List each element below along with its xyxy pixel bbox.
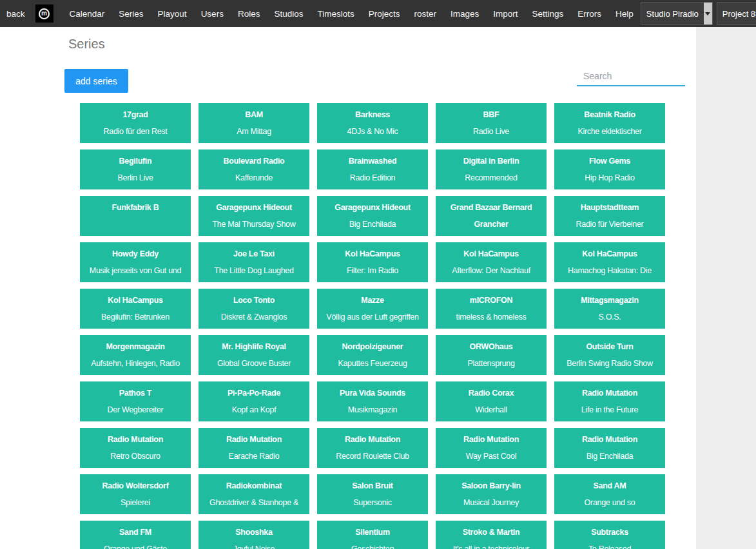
series-card[interactable]: Radio Mutation Retro Obscuro	[80, 428, 191, 468]
series-card[interactable]: Brainwashed Radio Edition	[317, 149, 428, 189]
series-card[interactable]: Radiokombinat Ghostdriver & Stanhope &	[199, 474, 309, 514]
series-card[interactable]: Silentium Geschichten	[317, 521, 428, 549]
series-card[interactable]: Saloon Barry-lin Musical Journey	[436, 474, 547, 514]
studio-select[interactable]: Studio Piradio	[641, 2, 713, 25]
series-card[interactable]: Mittagsmagazin S.O.S.	[554, 289, 665, 329]
series-card[interactable]: Sand FM Orange und Gäste	[80, 521, 191, 549]
nav-menu-item[interactable]: Playout	[151, 9, 194, 19]
series-card[interactable]: Boulevard Radio Kafferunde	[199, 149, 309, 189]
series-card[interactable]: Pi-Pa-Po-Rade Kopf an Kopf	[199, 381, 309, 421]
series-card-title: Boulevard Radio	[200, 153, 308, 169]
nav-menu-item[interactable]: Roles	[231, 9, 267, 19]
series-card-title: Grand Bazaar Bernard Grancher	[437, 199, 545, 233]
nav-menu-item[interactable]: Images	[443, 9, 486, 19]
series-card[interactable]: Hauptstadtteam Radio für Vierbeiner	[554, 196, 665, 236]
series-card[interactable]: Pathos T Der Wegbereiter	[80, 381, 191, 421]
series-card-title: BBF	[437, 106, 545, 123]
series-card[interactable]: Salon Bruit Supersonic	[317, 474, 428, 514]
nav-menu-item[interactable]: Projects	[362, 9, 407, 19]
series-card-title: Mittagsmagazin	[556, 292, 664, 309]
page-title: Series	[0, 27, 696, 52]
series-card[interactable]: Radio Mutation Way Past Cool	[436, 428, 547, 468]
series-card[interactable]: Radio Corax Widerhall	[436, 381, 547, 421]
series-card[interactable]: BBF Radio Live	[436, 103, 547, 143]
series-card-title: Radio Mutation	[81, 431, 189, 448]
series-card[interactable]: Garagepunx Hideout The Mal Thursday Show	[199, 196, 309, 236]
nav-menu-item[interactable]: Calendar	[63, 9, 112, 19]
series-card[interactable]: Radio Woltersdorf Spielerei	[80, 474, 191, 514]
project-select[interactable]: Project 88vier	[717, 2, 756, 25]
series-card-title: BAM	[200, 106, 308, 123]
series-card[interactable]: Garagepunx Hideout Big Enchilada	[317, 196, 428, 236]
series-card[interactable]: Radio Mutation Record Roulette Club	[317, 428, 428, 468]
series-card[interactable]: Shooshka Joyful Noise	[199, 521, 309, 549]
nav-menu-item[interactable]: roster	[407, 9, 443, 19]
station-logo-icon[interactable]: m	[35, 5, 53, 23]
series-card[interactable]: Stroko & Martin It's all in a technicolo…	[436, 521, 547, 549]
add-series-button[interactable]: add series	[64, 69, 128, 93]
series-card[interactable]: Barkness 4DJs & No Mic	[317, 103, 428, 143]
series-card-title: Radio Mutation	[318, 431, 427, 448]
series-card[interactable]: Morgenmagazin Aufstehn, Hinlegen, Radio	[80, 335, 191, 375]
series-card-subtitle: Record Roulette Club	[318, 448, 427, 465]
series-card[interactable]: Subtracks To Released	[554, 521, 665, 549]
nav-menu-item[interactable]: Timeslots	[310, 9, 361, 19]
series-card-title: Outside Turn	[556, 338, 664, 355]
series-card-subtitle: Recommended	[437, 169, 545, 186]
series-card[interactable]: Mr. Highlife Royal Global Groove Buster	[199, 335, 309, 375]
series-card-title: Sand FM	[81, 524, 189, 541]
series-card[interactable]: Funkfabrik B	[80, 196, 191, 236]
series-card-subtitle: Big Enchilada	[556, 448, 664, 465]
series-card-title: Stroko & Martin	[437, 524, 545, 541]
series-card[interactable]: Loco Tonto Diskret & Zwanglos	[199, 289, 309, 329]
series-card[interactable]: Radio Mutation Earache Radio	[199, 428, 309, 468]
series-card-title: Begilufin	[81, 153, 189, 169]
series-card[interactable]: Radio Mutation Life in the Future	[554, 381, 665, 421]
series-card-subtitle: Geschichten	[318, 541, 427, 549]
series-card-subtitle: S.O.S.	[556, 309, 664, 325]
series-card[interactable]: Sand AM Orange und so	[554, 474, 665, 514]
series-card-title: Barkness	[318, 106, 427, 123]
series-card[interactable]: Kol HaCampus Filter: Im Radio	[317, 242, 428, 282]
series-card[interactable]: Joe Le Taxi The Little Dog Laughed	[199, 242, 309, 282]
nav-menu-item[interactable]: Studios	[267, 9, 310, 19]
series-card[interactable]: Digital in Berlin Recommended	[436, 149, 547, 189]
series-card-subtitle: Global Groove Buster	[200, 355, 308, 372]
series-card[interactable]: Begilufin Berlin Live	[80, 149, 191, 189]
nav-menu-item[interactable]: Import	[486, 9, 525, 19]
studio-select-value: Studio Piradio	[641, 3, 704, 24]
series-card-subtitle: Diskret & Zwanglos	[200, 309, 308, 325]
series-card[interactable]: Beatnik Radio Kirche eklektischer	[554, 103, 665, 143]
studio-select-arrow-strip[interactable]	[704, 3, 712, 24]
nav-menu-item[interactable]: Help	[608, 9, 641, 19]
nav-menu-item[interactable]: Series	[111, 9, 150, 19]
series-card-title: Mazze	[318, 292, 427, 309]
series-card[interactable]: Flow Gems Hip Hop Radio	[554, 149, 665, 189]
series-card[interactable]: Radio Mutation Big Enchilada	[554, 428, 665, 468]
series-card-subtitle: Filter: Im Radio	[318, 262, 427, 279]
chevron-down-icon	[705, 12, 710, 15]
series-card[interactable]: BAM Am Mittag	[199, 103, 309, 143]
series-card[interactable]: Pura Vida Sounds Musikmagazin	[317, 381, 428, 421]
series-card[interactable]: Kol HaCampus Begilufin: Betrunken	[80, 289, 191, 329]
series-card[interactable]: Grand Bazaar Bernard Grancher	[436, 196, 547, 236]
series-card[interactable]: Mazze Völlig aus der Luft gegriffen	[317, 289, 428, 329]
series-card[interactable]: 17grad Radio für den Rest	[80, 103, 191, 143]
series-card[interactable]: Kol HaCampus Afterflow: Der Nachlauf	[436, 242, 547, 282]
nav-back-link[interactable]: back	[6, 9, 29, 19]
series-card-title: Radio Woltersdorf	[81, 477, 189, 494]
search-input[interactable]	[577, 67, 685, 86]
series-card[interactable]: Kol HaCampus Hamachog Hakatan: Die	[554, 242, 665, 282]
series-card-title: Garagepunx Hideout	[318, 199, 427, 216]
nav-menu-item[interactable]: Settings	[525, 9, 571, 19]
series-card[interactable]: mICROFON timeless & homeless	[436, 289, 547, 329]
series-card[interactable]: Nordpolzigeuner Kaputtes Feuerzeug	[317, 335, 428, 375]
series-card[interactable]: Howdy Eddy Musik jenseits von Gut und	[80, 242, 191, 282]
nav-menu-item[interactable]: Errors	[570, 9, 608, 19]
series-card[interactable]: Outside Turn Berlin Swing Radio Show	[554, 335, 665, 375]
series-card-title: Radio Corax	[437, 385, 545, 401]
nav-menu-item[interactable]: Users	[194, 9, 231, 19]
series-card-title: Saloon Barry-lin	[437, 477, 545, 494]
series-grid: 17grad Radio für den Rest BAM Am Mittag …	[80, 103, 665, 549]
series-card[interactable]: ORWOhaus Plattensprung	[436, 335, 547, 375]
